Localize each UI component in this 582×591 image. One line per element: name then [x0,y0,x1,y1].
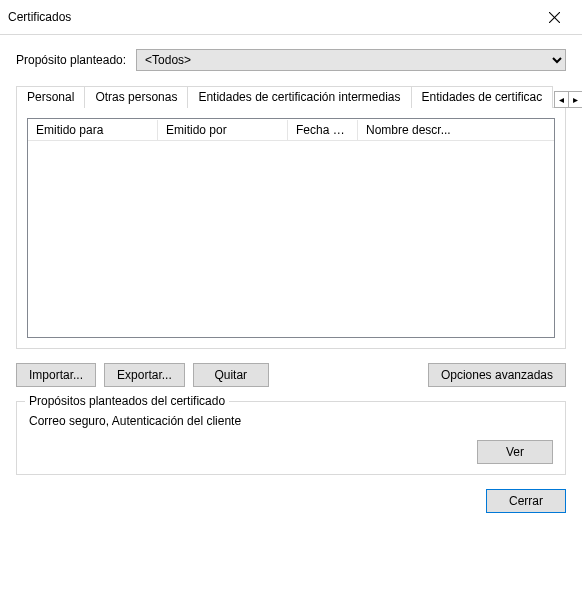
tab-trusted-ca-clipped[interactable]: Entidades de certificac [411,86,554,108]
footer-row: Cerrar [16,475,566,513]
tab-scroll-right-button[interactable]: ▸ [568,91,582,108]
window-title: Certificados [8,10,71,24]
tab-body: Emitido para Emitido por Fecha d... Nomb… [16,107,566,349]
advanced-options-button[interactable]: Opciones avanzadas [428,363,566,387]
view-button[interactable]: Ver [477,440,553,464]
tab-scroll-left-button[interactable]: ◂ [554,91,569,108]
close-icon[interactable] [534,6,574,28]
col-friendly-name[interactable]: Nombre descr... [358,120,554,140]
tab-other-people[interactable]: Otras personas [84,86,188,108]
export-button[interactable]: Exportar... [104,363,185,387]
tab-nav: ◂ ▸ [554,91,582,108]
tab-personal[interactable]: Personal [16,86,85,108]
tabs-strip: Personal Otras personas Entidades de cer… [16,85,566,107]
list-header: Emitido para Emitido por Fecha d... Nomb… [28,119,554,141]
purposes-groupbox: Propósitos planteados del certificado Co… [16,401,566,475]
purpose-select-wrap: <Todos> [136,49,566,71]
groupbox-title: Propósitos planteados del certificado [25,394,229,408]
close-button[interactable]: Cerrar [486,489,566,513]
col-issued-to[interactable]: Emitido para [28,120,158,140]
remove-button[interactable]: Quitar [193,363,269,387]
purpose-row: Propósito planteado: <Todos> [16,49,566,71]
purpose-label: Propósito planteado: [16,53,126,67]
window: Certificados Propósito planteado: <Todos… [0,0,582,591]
certificate-list[interactable]: Emitido para Emitido por Fecha d... Nomb… [27,118,555,338]
view-row: Ver [29,440,553,464]
chevron-left-icon: ◂ [559,93,564,106]
action-button-row: Importar... Exportar... Quitar Opciones … [16,363,566,387]
col-expiry[interactable]: Fecha d... [288,120,358,140]
tab-intermediate-ca[interactable]: Entidades de certificación intermedias [187,86,411,108]
chevron-right-icon: ▸ [573,93,578,106]
groupbox-body: Correo seguro, Autenticación del cliente… [29,414,553,464]
purpose-select[interactable]: <Todos> [136,49,566,71]
import-button[interactable]: Importar... [16,363,96,387]
col-issued-by[interactable]: Emitido por [158,120,288,140]
certificate-purposes-text: Correo seguro, Autenticación del cliente [29,414,553,428]
titlebar: Certificados [0,0,582,35]
content: Propósito planteado: <Todos> Personal Ot… [0,35,582,591]
